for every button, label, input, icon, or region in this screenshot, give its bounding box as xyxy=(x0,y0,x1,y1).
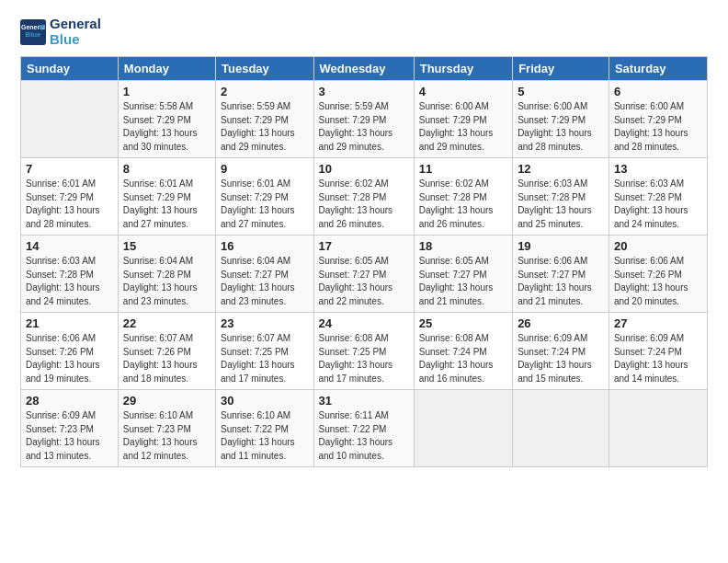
day-number: 30 xyxy=(221,394,309,408)
sunset-label: Sunset: 7:26 PM xyxy=(614,270,682,280)
sunrise-label: Sunrise: 6:01 AM xyxy=(26,178,96,189)
daylight-label: Daylight: 13 hours and 14 minutes. xyxy=(614,360,688,384)
day-number: 13 xyxy=(614,162,702,176)
calendar-cell: 19 Sunrise: 6:06 AM Sunset: 7:27 PM Dayl… xyxy=(513,236,609,313)
sunrise-label: Sunrise: 6:07 AM xyxy=(123,333,193,343)
day-info: Sunrise: 6:07 AM Sunset: 7:25 PM Dayligh… xyxy=(221,332,309,385)
daylight-label: Daylight: 13 hours and 10 minutes. xyxy=(319,437,393,461)
sunset-label: Sunset: 7:26 PM xyxy=(123,347,191,357)
day-info: Sunrise: 6:04 AM Sunset: 7:28 PM Dayligh… xyxy=(123,255,210,308)
daylight-label: Daylight: 13 hours and 17 minutes. xyxy=(319,360,393,384)
day-info: Sunrise: 6:04 AM Sunset: 7:27 PM Dayligh… xyxy=(221,255,309,308)
sunrise-label: Sunrise: 6:04 AM xyxy=(123,256,193,266)
calendar-cell: 7 Sunrise: 6:01 AM Sunset: 7:29 PM Dayli… xyxy=(21,158,119,236)
day-number: 27 xyxy=(614,316,702,330)
sunset-label: Sunset: 7:29 PM xyxy=(319,115,387,125)
daylight-label: Daylight: 13 hours and 21 minutes. xyxy=(419,282,494,306)
sunset-label: Sunset: 7:28 PM xyxy=(614,192,682,202)
daylight-label: Daylight: 13 hours and 28 minutes. xyxy=(614,128,688,152)
sunrise-label: Sunrise: 6:00 AM xyxy=(419,101,489,111)
daylight-label: Daylight: 13 hours and 15 minutes. xyxy=(518,360,592,384)
day-info: Sunrise: 6:10 AM Sunset: 7:22 PM Dayligh… xyxy=(221,409,309,463)
sunset-label: Sunset: 7:28 PM xyxy=(123,270,191,280)
sunrise-label: Sunrise: 6:08 AM xyxy=(419,333,489,343)
calendar-cell: 11 Sunrise: 6:02 AM Sunset: 7:28 PM Dayl… xyxy=(414,158,512,236)
day-number: 4 xyxy=(419,85,507,98)
calendar-cell: 9 Sunrise: 6:01 AM Sunset: 7:29 PM Dayli… xyxy=(216,158,314,236)
day-number: 31 xyxy=(319,394,409,408)
sunset-label: Sunset: 7:29 PM xyxy=(221,115,289,125)
day-info: Sunrise: 6:00 AM Sunset: 7:29 PM Dayligh… xyxy=(518,100,604,154)
sunset-label: Sunset: 7:25 PM xyxy=(221,347,289,357)
day-info: Sunrise: 6:06 AM Sunset: 7:26 PM Dayligh… xyxy=(26,332,113,385)
sunset-label: Sunset: 7:23 PM xyxy=(26,424,94,434)
calendar-cell: 30 Sunrise: 6:10 AM Sunset: 7:22 PM Dayl… xyxy=(216,390,314,467)
sunrise-label: Sunrise: 6:02 AM xyxy=(419,178,489,189)
sunset-label: Sunset: 7:27 PM xyxy=(319,270,387,280)
daylight-label: Daylight: 13 hours and 26 minutes. xyxy=(319,205,393,229)
sunrise-label: Sunrise: 6:05 AM xyxy=(319,256,389,266)
sunset-label: Sunset: 7:29 PM xyxy=(518,115,586,125)
weekday-header: Friday xyxy=(513,57,609,81)
calendar-cell: 20 Sunrise: 6:06 AM Sunset: 7:26 PM Dayl… xyxy=(609,236,707,313)
sunset-label: Sunset: 7:27 PM xyxy=(518,270,586,280)
day-number: 2 xyxy=(221,85,309,98)
day-number: 11 xyxy=(419,162,507,176)
day-info: Sunrise: 6:06 AM Sunset: 7:27 PM Dayligh… xyxy=(518,255,604,308)
day-number: 14 xyxy=(26,239,113,253)
sunset-label: Sunset: 7:26 PM xyxy=(26,347,94,357)
calendar-cell: 27 Sunrise: 6:09 AM Sunset: 7:24 PM Dayl… xyxy=(609,313,707,390)
logo-general: General xyxy=(50,17,101,32)
calendar-cell: 25 Sunrise: 6:08 AM Sunset: 7:24 PM Dayl… xyxy=(414,313,512,390)
daylight-label: Daylight: 13 hours and 13 minutes. xyxy=(26,437,100,461)
day-number: 17 xyxy=(319,239,409,253)
logo-icon: General Blue xyxy=(20,19,46,45)
day-info: Sunrise: 6:00 AM Sunset: 7:29 PM Dayligh… xyxy=(419,100,507,154)
sunrise-label: Sunrise: 6:03 AM xyxy=(614,178,684,189)
day-info: Sunrise: 5:59 AM Sunset: 7:29 PM Dayligh… xyxy=(319,100,409,154)
day-info: Sunrise: 6:01 AM Sunset: 7:29 PM Dayligh… xyxy=(221,178,309,231)
calendar-cell xyxy=(513,390,609,467)
sunset-label: Sunset: 7:27 PM xyxy=(419,270,487,280)
calendar-cell: 3 Sunrise: 5:59 AM Sunset: 7:29 PM Dayli… xyxy=(313,81,414,158)
calendar-cell: 26 Sunrise: 6:09 AM Sunset: 7:24 PM Dayl… xyxy=(513,313,609,390)
calendar-cell: 24 Sunrise: 6:08 AM Sunset: 7:25 PM Dayl… xyxy=(313,313,414,390)
header: General Blue General Blue xyxy=(20,17,708,47)
day-info: Sunrise: 5:59 AM Sunset: 7:29 PM Dayligh… xyxy=(221,100,309,154)
day-number: 6 xyxy=(614,85,702,98)
sunset-label: Sunset: 7:28 PM xyxy=(26,270,94,280)
calendar-week-row: 7 Sunrise: 6:01 AM Sunset: 7:29 PM Dayli… xyxy=(21,158,708,236)
sunrise-label: Sunrise: 6:04 AM xyxy=(221,256,290,266)
calendar-cell: 31 Sunrise: 6:11 AM Sunset: 7:22 PM Dayl… xyxy=(313,390,414,467)
sunrise-label: Sunrise: 6:01 AM xyxy=(221,178,290,189)
sunset-label: Sunset: 7:29 PM xyxy=(614,115,682,125)
day-info: Sunrise: 6:02 AM Sunset: 7:28 PM Dayligh… xyxy=(419,178,507,231)
daylight-label: Daylight: 13 hours and 20 minutes. xyxy=(614,282,688,306)
daylight-label: Daylight: 13 hours and 18 minutes. xyxy=(123,360,198,384)
sunrise-label: Sunrise: 6:10 AM xyxy=(123,410,193,420)
day-number: 15 xyxy=(123,239,210,253)
calendar-cell: 1 Sunrise: 5:58 AM Sunset: 7:29 PM Dayli… xyxy=(118,81,215,158)
day-number: 23 xyxy=(221,316,309,330)
sunrise-label: Sunrise: 6:00 AM xyxy=(518,101,587,111)
sunset-label: Sunset: 7:22 PM xyxy=(319,424,387,434)
calendar-cell xyxy=(21,81,119,158)
daylight-label: Daylight: 13 hours and 29 minutes. xyxy=(419,128,494,152)
page: General Blue General Blue SundayMondayTu… xyxy=(0,0,728,477)
sunrise-label: Sunrise: 6:10 AM xyxy=(221,410,290,420)
calendar-cell: 4 Sunrise: 6:00 AM Sunset: 7:29 PM Dayli… xyxy=(414,81,512,158)
calendar-table: SundayMondayTuesdayWednesdayThursdayFrid… xyxy=(20,56,708,467)
daylight-label: Daylight: 13 hours and 25 minutes. xyxy=(518,205,592,229)
calendar-cell: 6 Sunrise: 6:00 AM Sunset: 7:29 PM Dayli… xyxy=(609,81,707,158)
calendar-cell: 22 Sunrise: 6:07 AM Sunset: 7:26 PM Dayl… xyxy=(118,313,215,390)
daylight-label: Daylight: 13 hours and 26 minutes. xyxy=(419,205,494,229)
day-info: Sunrise: 6:08 AM Sunset: 7:24 PM Dayligh… xyxy=(419,332,507,385)
day-number: 28 xyxy=(26,394,113,408)
day-info: Sunrise: 6:09 AM Sunset: 7:24 PM Dayligh… xyxy=(614,332,702,385)
day-number: 22 xyxy=(123,316,210,330)
sunrise-label: Sunrise: 5:59 AM xyxy=(221,101,290,111)
sunrise-label: Sunrise: 6:09 AM xyxy=(518,333,587,343)
calendar-cell: 8 Sunrise: 6:01 AM Sunset: 7:29 PM Dayli… xyxy=(118,158,215,236)
day-info: Sunrise: 6:07 AM Sunset: 7:26 PM Dayligh… xyxy=(123,332,210,385)
day-number: 10 xyxy=(319,162,409,176)
